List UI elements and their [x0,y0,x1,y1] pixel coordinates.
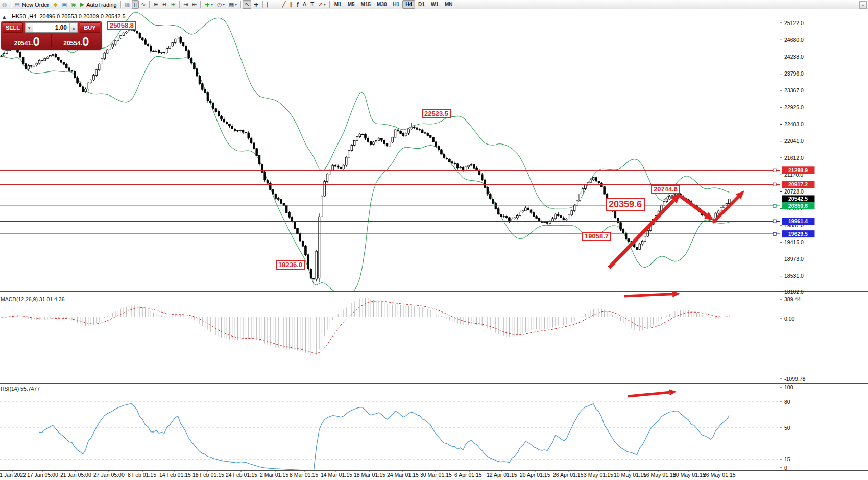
timeframe-MN[interactable]: MN [442,0,456,9]
time-axis-label: 2 Mar 01:15 [260,472,288,478]
level-handle[interactable] [773,232,776,235]
arrows-menu-button[interactable]: ↗▾ [316,0,328,9]
text-button[interactable]: A [301,0,309,9]
timeframe-H4[interactable]: H4 [402,0,415,9]
zoom-in-button[interactable]: ⊕ [151,0,160,9]
chart-shift-icon: ⇤ [192,1,197,8]
trendline-button[interactable]: ╱ [280,0,288,9]
fibonacci-button[interactable]: ƒ [295,0,301,9]
candlestick-chart-button[interactable]: ▯ [132,0,139,9]
cursor-button[interactable]: ↖ [243,0,251,9]
autotrading-button[interactable]: ▶AutoTrading [78,0,119,9]
horizontal-line-button[interactable]: — [271,0,280,9]
macd-indicator-label: MACD(12,26,9) 31.01 4.36 [1,296,65,302]
price-tick-label: 25122.0 [784,20,804,26]
metaeditor-button[interactable]: ◆ [51,0,59,9]
time-axis-label: 17 Jan 05:00 [27,472,58,478]
level-handle[interactable] [773,220,776,223]
macd-scale-label: -1099.78 [784,376,806,382]
price-tag-19961.4: 19961.4 [782,218,815,225]
level-line-20359.6[interactable] [0,204,780,207]
timeframe-M5[interactable]: M5 [345,0,358,9]
market-watch-button[interactable]: ▣ [60,0,69,9]
timeframe-M30[interactable]: M30 [374,0,390,9]
timeframe-H1[interactable]: H1 [390,0,403,9]
buy-price-small: 20554. [63,40,82,47]
rsi-pane [39,404,729,471]
one-click-collapse-icon[interactable]: ▲ [3,15,6,19]
zoom-out-button[interactable]: ⊖ [160,0,169,9]
chevron-down-icon: ▾ [223,3,225,7]
text-label-button[interactable]: T [308,0,316,9]
templates-menu-button[interactable]: ▦▾ [227,0,239,9]
new-order-button-label: New Order [22,2,49,8]
periods-menu-button[interactable]: ◷▾ [215,0,227,9]
tile-windows-button[interactable]: ⊞ [169,0,178,9]
level-line-21288.9[interactable] [0,169,780,172]
level-handle[interactable] [773,183,776,186]
auto-scroll-button[interactable]: ⇥ [181,0,190,9]
new-order-button[interactable]: ▤New Order [13,0,52,9]
sell-button[interactable]: SELL [3,22,23,33]
chart-annotation-18236.0[interactable]: 18236.0 [276,260,305,270]
chart-annotation-20359.6[interactable]: 20359.6 [606,198,645,211]
volume-stepper: ▼ 1.00 ▲ [25,22,78,33]
timeframe-D1[interactable]: D1 [415,0,428,9]
time-axis-label: 16 May 01:15 [643,472,676,478]
auto-scroll-icon: ⇥ [183,1,188,8]
clipped-icon[interactable]: ◍ [0,0,9,9]
level-line-19629.5[interactable] [0,232,780,235]
trend-arrow[interactable] [680,196,714,221]
main-pane [1,12,730,295]
trend-arrow[interactable] [713,190,744,223]
tile-windows-icon: ⊞ [171,1,176,8]
level-line-19961.4[interactable] [0,220,780,223]
price-tick-label: 20728.0 [784,188,804,195]
time-axis-label: 26 Apr 01:15 [553,472,584,478]
chevron-down-icon: ▾ [211,3,213,7]
price-tick-label: 22483.0 [784,121,804,127]
text-icon: A [303,1,307,8]
level-handle[interactable] [773,204,776,207]
toolbar-separator [240,1,241,8]
macd-scale-label: 0.00 [784,316,795,322]
chart-annotation-22523.5[interactable]: 22523.5 [422,109,451,118]
volume-increase-button[interactable]: ▲ [69,23,78,32]
line-chart-button[interactable]: ∿ [139,0,148,9]
timeframe-W1[interactable]: W1 [428,0,442,9]
time-axis-label: 18 Feb 01:15 [192,472,224,478]
toolbar-overflow-button[interactable]: ≡ [859,1,867,9]
chart-symbol-title: HK50-,H4 20496.0 20553.0 20309.0 20542.5 [12,13,126,19]
timeframe-M1[interactable]: M1 [331,0,345,9]
price-tick-label: 22925.0 [784,104,804,110]
navigator-button[interactable]: ◉ [69,0,78,9]
indicators-menu-button[interactable]: +▾ [202,0,214,9]
price-tick-label: 23367.0 [784,87,804,93]
vertical-line-button[interactable]: | [264,0,271,9]
trend-arrow[interactable] [624,291,680,297]
level-handle[interactable] [773,169,776,172]
toolbar-separator [11,1,11,8]
autotrading-button-label: AutoTrading [86,2,117,8]
price-tick-label: 24238.0 [784,54,804,60]
time-axis-label: 3 May 01:15 [584,472,613,478]
timeframe-M15[interactable]: M15 [358,0,374,9]
price-tag-21288.9: 21288.9 [782,166,815,174]
rsi-scale-label: 100 [784,384,793,390]
chart-shift-button[interactable]: ⇤ [190,0,199,9]
svg-text:20542.5: 20542.5 [788,196,808,202]
bar-chart-button[interactable]: ▥ [123,0,132,9]
crosshair-button[interactable]: + [251,0,261,9]
buy-button[interactable]: BUY [80,22,100,33]
bollinger-lower-band [2,56,730,295]
bollinger-upper-band [2,12,730,208]
volume-value[interactable]: 1.00 [33,23,69,32]
chart-annotation-25058.8[interactable]: 25058.8 [107,21,136,30]
trend-arrow[interactable] [628,389,677,396]
chart-annotation-20744.6[interactable]: 20744.6 [651,185,680,194]
equidistant-channel-button[interactable]: ∥ [287,0,295,9]
chart-annotation-19058.7[interactable]: 19058.7 [582,232,611,241]
sell-price-display: 20541. 0 [3,34,52,47]
toolbar-separator [120,1,121,8]
volume-decrease-button[interactable]: ▼ [25,23,33,32]
